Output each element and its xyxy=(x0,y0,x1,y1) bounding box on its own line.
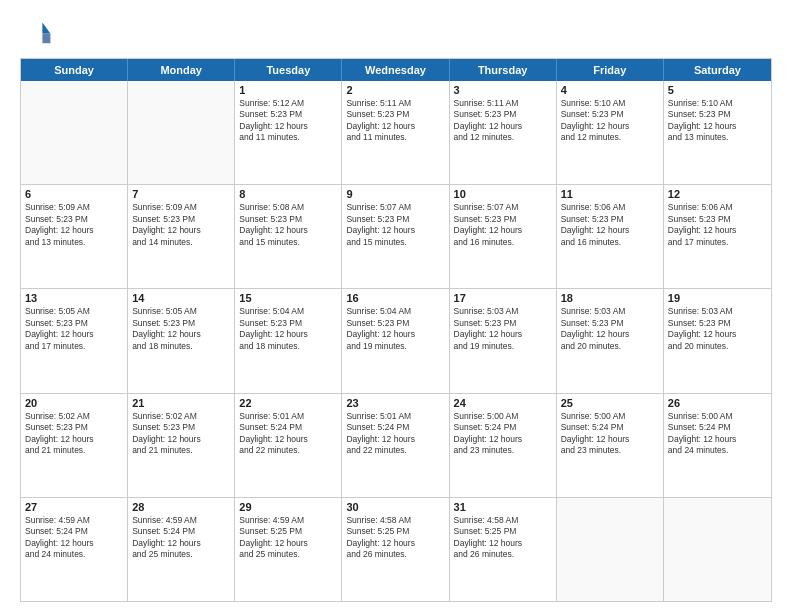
header xyxy=(20,16,772,48)
day-info: Sunrise: 5:00 AM Sunset: 5:24 PM Dayligh… xyxy=(668,411,767,457)
day-info: Sunrise: 4:58 AM Sunset: 5:25 PM Dayligh… xyxy=(346,515,444,561)
page: SundayMondayTuesdayWednesdayThursdayFrid… xyxy=(0,0,792,612)
day-info: Sunrise: 5:04 AM Sunset: 5:23 PM Dayligh… xyxy=(346,306,444,352)
day-number: 18 xyxy=(561,292,659,304)
day-info: Sunrise: 4:58 AM Sunset: 5:25 PM Dayligh… xyxy=(454,515,552,561)
day-info: Sunrise: 4:59 AM Sunset: 5:25 PM Dayligh… xyxy=(239,515,337,561)
day-number: 26 xyxy=(668,397,767,409)
day-number: 31 xyxy=(454,501,552,513)
day-info: Sunrise: 5:07 AM Sunset: 5:23 PM Dayligh… xyxy=(454,202,552,248)
svg-marker-0 xyxy=(42,22,50,33)
day-info: Sunrise: 5:07 AM Sunset: 5:23 PM Dayligh… xyxy=(346,202,444,248)
svg-marker-1 xyxy=(42,34,50,44)
day-number: 8 xyxy=(239,188,337,200)
weekday-header-friday: Friday xyxy=(557,59,664,81)
day-info: Sunrise: 5:02 AM Sunset: 5:23 PM Dayligh… xyxy=(25,411,123,457)
day-number: 22 xyxy=(239,397,337,409)
calendar-row-5: 27Sunrise: 4:59 AM Sunset: 5:24 PM Dayli… xyxy=(21,498,771,601)
day-cell-30: 30Sunrise: 4:58 AM Sunset: 5:25 PM Dayli… xyxy=(342,498,449,601)
day-info: Sunrise: 5:11 AM Sunset: 5:23 PM Dayligh… xyxy=(454,98,552,144)
day-number: 27 xyxy=(25,501,123,513)
day-cell-18: 18Sunrise: 5:03 AM Sunset: 5:23 PM Dayli… xyxy=(557,289,664,392)
day-number: 20 xyxy=(25,397,123,409)
day-cell-27: 27Sunrise: 4:59 AM Sunset: 5:24 PM Dayli… xyxy=(21,498,128,601)
day-number: 25 xyxy=(561,397,659,409)
day-cell-7: 7Sunrise: 5:09 AM Sunset: 5:23 PM Daylig… xyxy=(128,185,235,288)
day-number: 6 xyxy=(25,188,123,200)
logo xyxy=(20,16,56,48)
day-cell-5: 5Sunrise: 5:10 AM Sunset: 5:23 PM Daylig… xyxy=(664,81,771,184)
calendar: SundayMondayTuesdayWednesdayThursdayFrid… xyxy=(20,58,772,602)
day-number: 19 xyxy=(668,292,767,304)
empty-cell xyxy=(664,498,771,601)
day-cell-12: 12Sunrise: 5:06 AM Sunset: 5:23 PM Dayli… xyxy=(664,185,771,288)
day-number: 21 xyxy=(132,397,230,409)
day-cell-17: 17Sunrise: 5:03 AM Sunset: 5:23 PM Dayli… xyxy=(450,289,557,392)
day-cell-13: 13Sunrise: 5:05 AM Sunset: 5:23 PM Dayli… xyxy=(21,289,128,392)
day-cell-9: 9Sunrise: 5:07 AM Sunset: 5:23 PM Daylig… xyxy=(342,185,449,288)
calendar-row-3: 13Sunrise: 5:05 AM Sunset: 5:23 PM Dayli… xyxy=(21,289,771,393)
day-number: 30 xyxy=(346,501,444,513)
day-number: 24 xyxy=(454,397,552,409)
weekday-header-wednesday: Wednesday xyxy=(342,59,449,81)
day-cell-15: 15Sunrise: 5:04 AM Sunset: 5:23 PM Dayli… xyxy=(235,289,342,392)
day-number: 15 xyxy=(239,292,337,304)
day-info: Sunrise: 5:11 AM Sunset: 5:23 PM Dayligh… xyxy=(346,98,444,144)
weekday-header-sunday: Sunday xyxy=(21,59,128,81)
day-info: Sunrise: 5:03 AM Sunset: 5:23 PM Dayligh… xyxy=(668,306,767,352)
day-cell-28: 28Sunrise: 4:59 AM Sunset: 5:24 PM Dayli… xyxy=(128,498,235,601)
day-number: 5 xyxy=(668,84,767,96)
day-cell-29: 29Sunrise: 4:59 AM Sunset: 5:25 PM Dayli… xyxy=(235,498,342,601)
day-number: 4 xyxy=(561,84,659,96)
day-cell-8: 8Sunrise: 5:08 AM Sunset: 5:23 PM Daylig… xyxy=(235,185,342,288)
day-info: Sunrise: 5:09 AM Sunset: 5:23 PM Dayligh… xyxy=(25,202,123,248)
weekday-header-monday: Monday xyxy=(128,59,235,81)
day-number: 11 xyxy=(561,188,659,200)
day-info: Sunrise: 5:12 AM Sunset: 5:23 PM Dayligh… xyxy=(239,98,337,144)
calendar-row-2: 6Sunrise: 5:09 AM Sunset: 5:23 PM Daylig… xyxy=(21,185,771,289)
day-number: 10 xyxy=(454,188,552,200)
day-info: Sunrise: 5:05 AM Sunset: 5:23 PM Dayligh… xyxy=(25,306,123,352)
day-cell-25: 25Sunrise: 5:00 AM Sunset: 5:24 PM Dayli… xyxy=(557,394,664,497)
day-cell-10: 10Sunrise: 5:07 AM Sunset: 5:23 PM Dayli… xyxy=(450,185,557,288)
day-cell-19: 19Sunrise: 5:03 AM Sunset: 5:23 PM Dayli… xyxy=(664,289,771,392)
day-cell-11: 11Sunrise: 5:06 AM Sunset: 5:23 PM Dayli… xyxy=(557,185,664,288)
day-number: 28 xyxy=(132,501,230,513)
day-cell-4: 4Sunrise: 5:10 AM Sunset: 5:23 PM Daylig… xyxy=(557,81,664,184)
day-cell-26: 26Sunrise: 5:00 AM Sunset: 5:24 PM Dayli… xyxy=(664,394,771,497)
day-number: 12 xyxy=(668,188,767,200)
calendar-row-4: 20Sunrise: 5:02 AM Sunset: 5:23 PM Dayli… xyxy=(21,394,771,498)
day-number: 23 xyxy=(346,397,444,409)
day-cell-24: 24Sunrise: 5:00 AM Sunset: 5:24 PM Dayli… xyxy=(450,394,557,497)
empty-cell xyxy=(557,498,664,601)
day-info: Sunrise: 5:06 AM Sunset: 5:23 PM Dayligh… xyxy=(561,202,659,248)
day-info: Sunrise: 4:59 AM Sunset: 5:24 PM Dayligh… xyxy=(25,515,123,561)
day-number: 3 xyxy=(454,84,552,96)
logo-icon xyxy=(20,16,52,48)
day-info: Sunrise: 5:10 AM Sunset: 5:23 PM Dayligh… xyxy=(668,98,767,144)
calendar-row-1: 1Sunrise: 5:12 AM Sunset: 5:23 PM Daylig… xyxy=(21,81,771,185)
day-info: Sunrise: 5:06 AM Sunset: 5:23 PM Dayligh… xyxy=(668,202,767,248)
day-number: 13 xyxy=(25,292,123,304)
day-number: 1 xyxy=(239,84,337,96)
day-number: 2 xyxy=(346,84,444,96)
weekday-header-saturday: Saturday xyxy=(664,59,771,81)
day-number: 14 xyxy=(132,292,230,304)
day-cell-23: 23Sunrise: 5:01 AM Sunset: 5:24 PM Dayli… xyxy=(342,394,449,497)
day-number: 16 xyxy=(346,292,444,304)
day-info: Sunrise: 5:00 AM Sunset: 5:24 PM Dayligh… xyxy=(454,411,552,457)
day-info: Sunrise: 5:05 AM Sunset: 5:23 PM Dayligh… xyxy=(132,306,230,352)
weekday-header-thursday: Thursday xyxy=(450,59,557,81)
day-cell-1: 1Sunrise: 5:12 AM Sunset: 5:23 PM Daylig… xyxy=(235,81,342,184)
day-info: Sunrise: 4:59 AM Sunset: 5:24 PM Dayligh… xyxy=(132,515,230,561)
day-info: Sunrise: 5:08 AM Sunset: 5:23 PM Dayligh… xyxy=(239,202,337,248)
day-cell-16: 16Sunrise: 5:04 AM Sunset: 5:23 PM Dayli… xyxy=(342,289,449,392)
day-info: Sunrise: 5:01 AM Sunset: 5:24 PM Dayligh… xyxy=(239,411,337,457)
day-number: 17 xyxy=(454,292,552,304)
day-info: Sunrise: 5:01 AM Sunset: 5:24 PM Dayligh… xyxy=(346,411,444,457)
day-info: Sunrise: 5:04 AM Sunset: 5:23 PM Dayligh… xyxy=(239,306,337,352)
empty-cell xyxy=(128,81,235,184)
day-cell-20: 20Sunrise: 5:02 AM Sunset: 5:23 PM Dayli… xyxy=(21,394,128,497)
day-cell-22: 22Sunrise: 5:01 AM Sunset: 5:24 PM Dayli… xyxy=(235,394,342,497)
day-number: 9 xyxy=(346,188,444,200)
